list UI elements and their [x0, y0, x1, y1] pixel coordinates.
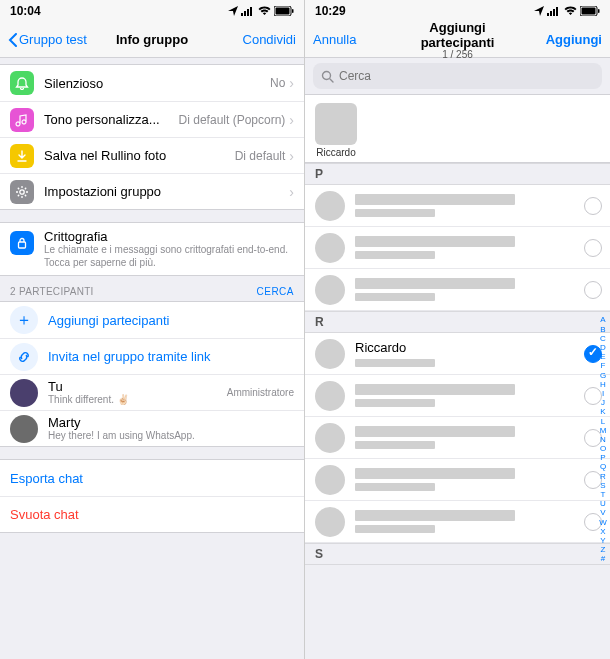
svg-rect-1 [244, 11, 246, 16]
contact-status [355, 525, 435, 533]
contact-row[interactable] [305, 185, 610, 227]
svg-rect-9 [547, 13, 549, 16]
contact-name [355, 468, 515, 479]
member-row-marty[interactable]: Marty Hey there! I am using WhatsApp. [0, 410, 304, 446]
search-wrap [305, 58, 610, 95]
cancel-button[interactable]: Annulla [313, 32, 356, 47]
svg-rect-3 [250, 7, 252, 16]
clear-chat-row[interactable]: Svuota chat [0, 496, 304, 532]
encryption-section: Crittografia Le chiamate e i messaggi so… [0, 222, 304, 276]
index-letter[interactable]: A [600, 315, 605, 324]
add-button[interactable]: Aggiungi [546, 32, 602, 47]
index-letter[interactable]: J [601, 398, 605, 407]
contact-list: PRRiccardoS [305, 163, 610, 565]
svg-rect-0 [241, 13, 243, 16]
index-letter[interactable]: R [600, 472, 606, 481]
contact-name [355, 194, 515, 205]
row-tone[interactable]: Tono personalizza... Di default (Popcorn… [0, 101, 304, 137]
svg-rect-2 [247, 9, 249, 16]
index-letter[interactable]: E [600, 352, 605, 361]
index-letter[interactable]: I [602, 389, 604, 398]
avatar [315, 339, 345, 369]
section-header: R [305, 311, 610, 333]
index-letter[interactable]: H [600, 380, 606, 389]
contact-scroll[interactable]: Riccardo PRRiccardoS ABCDEFGHIJKLMNOPQRS… [305, 95, 610, 659]
lock-icon [10, 231, 34, 255]
download-icon [10, 144, 34, 168]
contact-row[interactable] [305, 269, 610, 311]
svg-rect-10 [550, 11, 552, 16]
selected-contact[interactable]: Riccardo [315, 103, 357, 158]
signal-icon [547, 6, 561, 16]
invite-link-row[interactable]: Invita nel gruppo tramite link [0, 338, 304, 374]
search-participants-button[interactable]: CERCA [256, 286, 294, 297]
index-letter[interactable]: B [600, 325, 605, 334]
svg-rect-5 [276, 8, 290, 15]
location-icon [228, 6, 238, 16]
svg-rect-11 [553, 9, 555, 16]
index-letter[interactable]: # [601, 554, 605, 563]
contact-row[interactable] [305, 501, 610, 543]
index-letter[interactable]: X [600, 527, 605, 536]
contact-status [355, 209, 435, 217]
contact-row[interactable] [305, 227, 610, 269]
avatar [315, 507, 345, 537]
row-encryption[interactable]: Crittografia Le chiamate e i messaggi so… [0, 223, 304, 275]
index-letter[interactable]: C [600, 334, 606, 343]
add-participants-row[interactable]: ＋ Aggiungi partecipanti [0, 302, 304, 338]
row-group-settings[interactable]: Impostazioni gruppo › [0, 173, 304, 209]
index-letter[interactable]: F [601, 361, 606, 370]
search-field[interactable] [313, 63, 602, 89]
export-chat-row[interactable]: Esporta chat [0, 460, 304, 496]
index-letter[interactable]: V [600, 508, 605, 517]
status-time: 10:29 [315, 4, 346, 18]
index-letter[interactable]: T [601, 490, 606, 499]
search-input[interactable] [339, 69, 594, 83]
svg-point-7 [20, 189, 24, 193]
participants-header: 2 PARTECIPANTI CERCA [0, 276, 304, 301]
role-badge: Amministratore [227, 387, 294, 398]
svg-rect-12 [556, 7, 558, 16]
row-save-photo[interactable]: Salva nel Rullino foto Di default › [0, 137, 304, 173]
index-letter[interactable]: G [600, 371, 606, 380]
index-letter[interactable]: L [601, 417, 605, 426]
battery-icon [580, 6, 600, 16]
index-letter[interactable]: K [600, 407, 605, 416]
select-radio[interactable] [584, 197, 602, 215]
alpha-index[interactable]: ABCDEFGHIJKLMNOPQRSTUVWXYZ# [596, 230, 610, 649]
contact-row[interactable] [305, 459, 610, 501]
scroll-area[interactable]: Silenzioso No › Tono personalizza... Di … [0, 58, 304, 659]
contact-status [355, 359, 435, 367]
contact-row[interactable] [305, 417, 610, 459]
index-letter[interactable]: Q [600, 462, 606, 471]
svg-rect-8 [19, 242, 26, 248]
index-letter[interactable]: M [600, 426, 607, 435]
avatar [315, 465, 345, 495]
share-button[interactable]: Condividi [243, 32, 296, 47]
index-letter[interactable]: S [600, 481, 605, 490]
avatar [315, 233, 345, 263]
section-header: P [305, 163, 610, 185]
avatar [315, 103, 357, 145]
index-letter[interactable]: Z [601, 545, 606, 554]
avatar [315, 423, 345, 453]
row-silent[interactable]: Silenzioso No › [0, 65, 304, 101]
index-letter[interactable]: N [600, 435, 606, 444]
index-letter[interactable]: P [600, 453, 605, 462]
contact-status [355, 483, 435, 491]
index-letter[interactable]: O [600, 444, 606, 453]
nav-bar: Gruppo test Info gruppo Condividi [0, 22, 304, 58]
contact-row[interactable]: Riccardo [305, 333, 610, 375]
avatar [315, 275, 345, 305]
contact-row[interactable] [305, 375, 610, 417]
chevron-right-icon: › [289, 75, 294, 91]
member-row-you[interactable]: Tu Think different. ✌🏻 Amministratore [0, 374, 304, 410]
contact-name [355, 236, 515, 247]
index-letter[interactable]: D [600, 343, 606, 352]
index-letter[interactable]: U [600, 499, 606, 508]
selected-strip: Riccardo [305, 95, 610, 163]
index-letter[interactable]: Y [600, 536, 605, 545]
link-icon [10, 343, 38, 371]
index-letter[interactable]: W [599, 518, 607, 527]
back-button[interactable]: Gruppo test [8, 32, 87, 47]
